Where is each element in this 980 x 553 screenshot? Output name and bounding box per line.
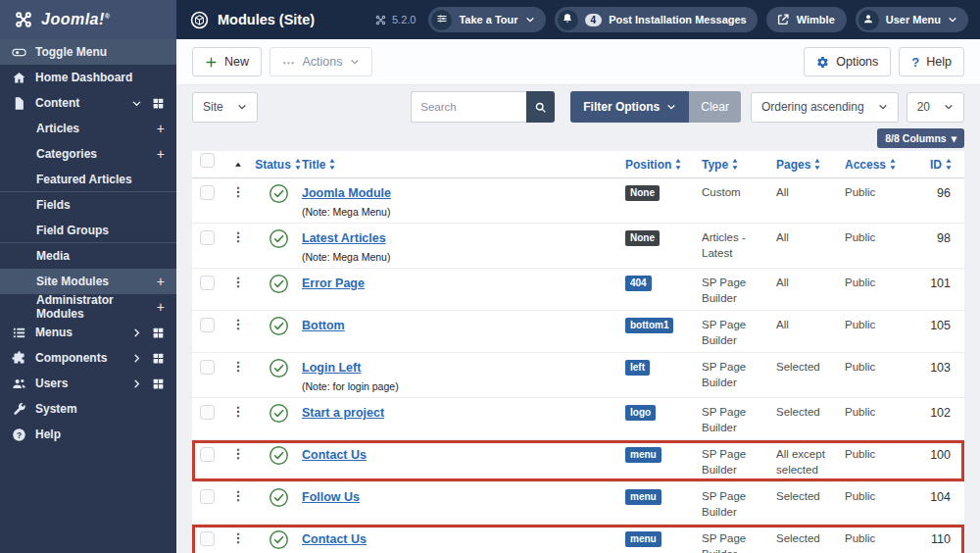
search-button[interactable] (526, 91, 555, 123)
row-title-cell: Joomla Module(Note: Mega Menu) (302, 178, 625, 223)
actions-button[interactable]: ⋯ Actions (270, 47, 372, 76)
module-title-link[interactable]: Contact Us (302, 448, 367, 462)
module-title-link[interactable]: Login Left (302, 361, 361, 375)
pill-post-installation-messages[interactable]: 4Post Installation Messages (555, 7, 758, 32)
module-title-link[interactable]: Follow Us (302, 490, 360, 504)
module-title-link[interactable]: Bottom (302, 319, 345, 332)
filter-options-button[interactable]: Filter Options (570, 91, 689, 123)
new-button[interactable]: New (192, 47, 262, 76)
row-checkbox[interactable] (200, 447, 215, 462)
row-id-cell: 100 (917, 440, 964, 481)
row-title-cell: Login Left(Note: for login page) (302, 353, 625, 397)
column-header-label: Position (625, 158, 671, 172)
plus-icon[interactable]: + (157, 147, 165, 161)
sidebar-item-field-groups[interactable]: Field Groups (0, 218, 176, 243)
kebab-menu-icon[interactable]: ⋮ (232, 275, 245, 289)
row-pages-cell: All (776, 224, 845, 268)
module-note: (Note: Mega Menu) (302, 205, 625, 219)
position-badge: None (625, 185, 660, 201)
ordering-select[interactable]: Ordering ascending (751, 92, 899, 123)
sidebar-item-components[interactable]: Components (0, 345, 176, 371)
row-checkbox[interactable] (200, 185, 215, 200)
joomla-logo-icon (14, 10, 33, 29)
module-title-link[interactable]: Error Page (302, 276, 365, 290)
search-input[interactable] (411, 91, 526, 123)
pill-wimble[interactable]: Wimble (766, 7, 847, 32)
clear-button[interactable]: Clear (689, 91, 741, 123)
sidebar-item-administrator-modules[interactable]: Administrator Modules+ (0, 294, 176, 320)
kebab-menu-icon[interactable]: ⋮ (232, 184, 245, 199)
plus-icon[interactable]: + (157, 275, 165, 288)
row-status-cell (255, 269, 302, 310)
module-title-link[interactable]: Contact Us (302, 532, 367, 546)
column-header-type[interactable]: Type (702, 158, 776, 172)
kebab-menu-icon[interactable]: ⋮ (232, 229, 245, 244)
column-header-status[interactable]: Status (255, 158, 302, 172)
pill-user-menu[interactable]: User Menu (856, 7, 968, 32)
row-checkbox[interactable] (200, 531, 215, 546)
sidebar-item-system[interactable]: System (0, 396, 176, 422)
kebab-menu-icon[interactable]: ⋮ (232, 317, 245, 331)
columns-button[interactable]: 8/8 Columns ▾ (877, 128, 964, 148)
app-window: Joomla!® Toggle MenuHome DashboardConten… (0, 0, 980, 553)
sidebar-item-media[interactable]: Media (0, 243, 176, 269)
kebab-menu-icon[interactable]: ⋮ (232, 488, 245, 503)
row-checkbox[interactable] (200, 276, 215, 290)
row-access-cell: Public (845, 269, 917, 310)
sidebar-item-content[interactable]: Content (0, 90, 176, 116)
kebab-menu-icon[interactable]: ⋮ (232, 446, 245, 461)
row-checkbox[interactable] (200, 360, 215, 375)
pill-take-a-tour[interactable]: Take a Tour (428, 7, 545, 32)
column-header-id[interactable]: ID (917, 158, 964, 172)
row-checkbox[interactable] (200, 230, 215, 245)
column-header-pages[interactable]: Pages (776, 158, 845, 172)
sidebar-item-articles[interactable]: Articles+ (0, 116, 176, 141)
status-published-icon (269, 529, 289, 550)
sidebar-item-site-modules[interactable]: Site Modules+ (0, 269, 176, 294)
sidebar-item-featured-articles[interactable]: Featured Articles (0, 167, 176, 192)
row-title-cell: Start a project (302, 398, 625, 439)
column-header-title[interactable]: Title (302, 158, 625, 172)
module-title-link[interactable]: Latest Articles (302, 231, 386, 245)
help-button[interactable]: ? Help (899, 47, 964, 76)
row-id-cell: 103 (917, 353, 964, 397)
plus-icon[interactable]: + (157, 300, 165, 314)
kebab-menu-icon[interactable]: ⋮ (232, 359, 245, 374)
column-header-position[interactable]: Position (625, 158, 702, 172)
row-title-cell: Bottom (302, 311, 625, 352)
help-icon: ? (12, 427, 26, 442)
sidebar-item-actions: + (157, 147, 165, 161)
sidebar-item-users[interactable]: Users (0, 371, 176, 396)
module-title-link[interactable]: Joomla Module (302, 186, 391, 200)
sidebar-item-menus[interactable]: Menus (0, 320, 176, 345)
table-row: ⋮Bottombottom1SP Page BuilderAllPublic10… (192, 311, 964, 353)
status-published-icon (269, 403, 289, 424)
row-checkbox[interactable] (200, 405, 215, 420)
wrench-icon (12, 402, 26, 417)
sidebar-item-categories[interactable]: Categories+ (0, 141, 176, 167)
sidebar-item-fields[interactable]: Fields (0, 192, 176, 218)
sidebar-item-toggle-menu[interactable]: Toggle Menu (0, 39, 176, 65)
table-row: ⋮Start a projectlogoSP Page BuilderSelec… (192, 398, 964, 440)
module-title-link[interactable]: Start a project (302, 406, 384, 420)
table-row: ⋮Follow UsmenuSP Page BuilderSelectedPub… (192, 482, 964, 525)
kebab-menu-icon[interactable]: ⋮ (232, 404, 245, 419)
row-checkbox[interactable] (200, 489, 215, 504)
column-header-access[interactable]: Access (845, 158, 917, 172)
select-all-checkbox[interactable] (200, 153, 215, 168)
column-header-label: ID (930, 158, 942, 172)
row-checkbox[interactable] (200, 318, 215, 332)
sidebar-nav: Toggle MenuHome DashboardContentArticles… (0, 39, 176, 447)
limit-select[interactable]: 20 (906, 92, 964, 123)
chevron-down-icon (878, 102, 888, 112)
joomla-logo[interactable]: Joomla!® (0, 0, 176, 39)
site-select[interactable]: Site (192, 92, 258, 123)
ordering-sort-header[interactable] (221, 160, 255, 170)
options-button[interactable]: Options (804, 47, 891, 76)
sidebar-item-home-dashboard[interactable]: Home Dashboard (0, 65, 176, 90)
sidebar-item-help[interactable]: ?Help (0, 422, 176, 447)
kebab-menu-icon[interactable]: ⋮ (232, 530, 245, 545)
row-pages-cell: Selected (776, 398, 845, 439)
sidebar-item-label: Media (36, 249, 70, 263)
plus-icon[interactable]: + (157, 122, 165, 135)
